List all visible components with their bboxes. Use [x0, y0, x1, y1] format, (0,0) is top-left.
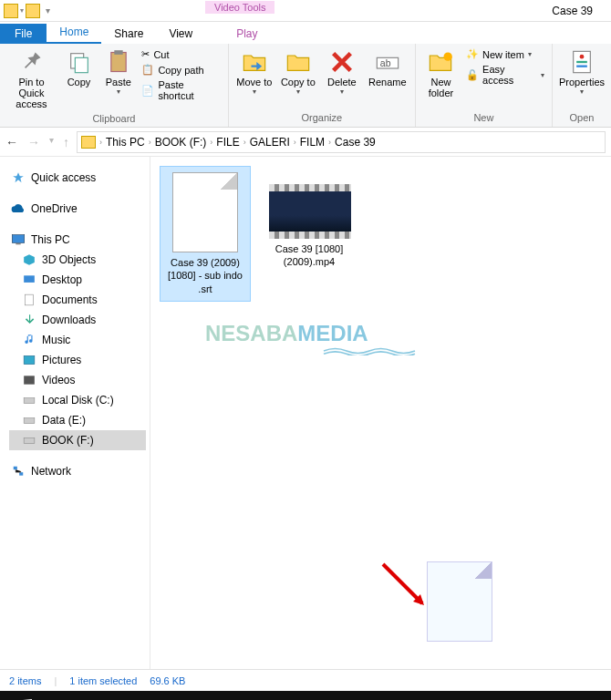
- navigation-bar: ← → ▾ ↑ › This PC› BOOK (F:)› FILE› GALE…: [0, 128, 611, 157]
- breadcrumb[interactable]: › This PC› BOOK (F:)› FILE› GALERI› FILM…: [77, 131, 606, 153]
- quick-access-toolbar: ▾ ▾: [0, 4, 54, 18]
- ribbon-group-organize: Move to▾ Copy to▾ Delete▾ ab Rename Orga…: [229, 44, 416, 127]
- drive-icon: [22, 414, 36, 427]
- copy-path-button[interactable]: 📋Copy path: [140, 63, 222, 77]
- svg-rect-15: [24, 355, 35, 364]
- red-arrow-annotation: [378, 560, 433, 614]
- tab-share[interactable]: Share: [101, 24, 156, 44]
- forward-button[interactable]: →: [27, 135, 40, 149]
- easy-access-button[interactable]: 🔓Easy access ▾: [464, 63, 546, 87]
- qat-overflow[interactable]: ▾: [46, 5, 50, 15]
- rename-button[interactable]: ab Rename: [366, 47, 409, 89]
- status-size: 69.6 KB: [150, 675, 185, 686]
- label: Properties: [559, 77, 605, 88]
- back-button[interactable]: ←: [5, 135, 18, 149]
- crumb[interactable]: BOOK (F:)›: [155, 136, 213, 149]
- folder-icon[interactable]: [4, 4, 18, 18]
- nav-local-disk-c[interactable]: Local Disk (C:): [9, 390, 146, 410]
- properties-button[interactable]: Properties▾: [558, 47, 606, 98]
- file-explorer-button[interactable]: [133, 691, 175, 700]
- nav-desktop[interactable]: Desktop: [9, 270, 146, 290]
- new-item-icon: ✨: [466, 48, 479, 60]
- nav-book-f[interactable]: BOOK (F:): [9, 430, 146, 450]
- file-item-mp4[interactable]: Case 39 [1080] (2009).mp4: [264, 166, 355, 274]
- ribbon-group-open: Properties▾ Open: [553, 44, 611, 127]
- copy-path-icon: 📋: [141, 64, 154, 76]
- nav-arrows: ← → ▾ ↑: [5, 135, 69, 149]
- tray-overflow[interactable]: ▴: [591, 691, 609, 700]
- group-label: Open: [558, 110, 606, 125]
- move-to-button[interactable]: Move to▾: [234, 47, 274, 98]
- tab-view[interactable]: View: [156, 24, 205, 44]
- clipboard-small-buttons: ✂Cut 📋Copy path 📄Paste shortcut: [140, 47, 222, 102]
- svg-rect-2: [111, 53, 126, 72]
- svg-rect-1: [75, 57, 88, 72]
- paint-button[interactable]: [440, 691, 482, 700]
- star-icon: [11, 171, 26, 184]
- crumb[interactable]: GALERI›: [250, 136, 296, 149]
- cut-icon: ✂: [141, 48, 150, 60]
- crumb[interactable]: FILE›: [216, 136, 245, 149]
- content-area[interactable]: Case 39 (2009) [1080] - sub indo .srt Ca…: [150, 157, 611, 669]
- title-bar: ▾ ▾ Video Tools Case 39: [0, 0, 611, 22]
- svg-rect-17: [24, 398, 35, 404]
- photoshop-button[interactable]: Ps: [527, 691, 569, 700]
- nav-pictures[interactable]: Pictures: [9, 350, 146, 370]
- tab-file[interactable]: File: [0, 24, 47, 44]
- crumb[interactable]: FILM›: [300, 136, 331, 149]
- sync-button[interactable]: [352, 691, 394, 700]
- obs-button[interactable]: [483, 691, 525, 700]
- crumb[interactable]: This PC›: [106, 136, 151, 149]
- shortcut-icon: 📄: [141, 85, 154, 97]
- new-item-button[interactable]: ✨New item ▾: [464, 47, 546, 61]
- tab-home[interactable]: Home: [47, 22, 101, 44]
- svg-rect-13: [24, 275, 35, 283]
- wordpress-button[interactable]: W: [308, 691, 350, 700]
- search-button[interactable]: [46, 691, 88, 700]
- nav-downloads[interactable]: Downloads: [9, 310, 146, 330]
- new-folder-button[interactable]: New folder: [421, 47, 461, 100]
- nav-music[interactable]: Music: [9, 330, 146, 350]
- svg-rect-19: [24, 438, 35, 444]
- svg-rect-21: [19, 472, 23, 476]
- nav-videos[interactable]: Videos: [9, 370, 146, 390]
- chrome-button[interactable]: [177, 691, 219, 700]
- word-button[interactable]: W: [264, 691, 306, 700]
- move-icon: [242, 49, 267, 75]
- label: Copy to: [281, 77, 316, 88]
- svg-rect-11: [12, 235, 24, 243]
- file-item-srt[interactable]: Case 39 (2009) [1080] - sub indo .srt: [160, 166, 251, 302]
- pin-to-quick-access-button[interactable]: Pin to Quick access: [5, 47, 57, 111]
- qat-dropdown[interactable]: ▾: [20, 6, 24, 15]
- nav-onedrive[interactable]: OneDrive: [9, 199, 146, 219]
- tab-play[interactable]: Play: [223, 24, 270, 44]
- copy-button[interactable]: Copy: [61, 47, 97, 89]
- crumb[interactable]: Case 39: [335, 136, 376, 149]
- nav-data-e[interactable]: Data (E:): [9, 410, 146, 430]
- rename-icon: ab: [375, 49, 400, 75]
- label: Rename: [368, 77, 407, 88]
- folder-icon[interactable]: [26, 4, 40, 18]
- ribbon-group-new: New folder ✨New item ▾ 🔓Easy access ▾ Ne…: [416, 44, 553, 127]
- group-label: Clipboard: [5, 111, 223, 126]
- up-button[interactable]: ↑: [63, 135, 69, 149]
- recent-dropdown[interactable]: ▾: [49, 135, 54, 149]
- svg-rect-20: [14, 467, 17, 470]
- properties-icon: [569, 49, 595, 75]
- nav-quick-access[interactable]: Quick access: [9, 168, 146, 188]
- nav-network[interactable]: Network: [9, 461, 146, 481]
- vlc-button[interactable]: [396, 691, 438, 700]
- task-view-button[interactable]: [89, 691, 131, 700]
- paste-shortcut-button[interactable]: 📄Paste shortcut: [140, 78, 222, 102]
- nav-3d-objects[interactable]: 3D Objects: [9, 250, 146, 270]
- start-button[interactable]: [2, 691, 44, 700]
- nav-this-pc[interactable]: This PC: [9, 230, 146, 250]
- cut-button[interactable]: ✂Cut: [140, 47, 222, 61]
- network-icon: [11, 465, 26, 478]
- paste-button[interactable]: Paste ▾: [100, 47, 136, 98]
- delete-button[interactable]: Delete▾: [322, 47, 362, 98]
- notes-button[interactable]: [221, 691, 263, 700]
- chevron-right-icon[interactable]: ›: [99, 138, 102, 147]
- copy-to-button[interactable]: Copy to▾: [278, 47, 318, 98]
- nav-documents[interactable]: Documents: [9, 290, 146, 310]
